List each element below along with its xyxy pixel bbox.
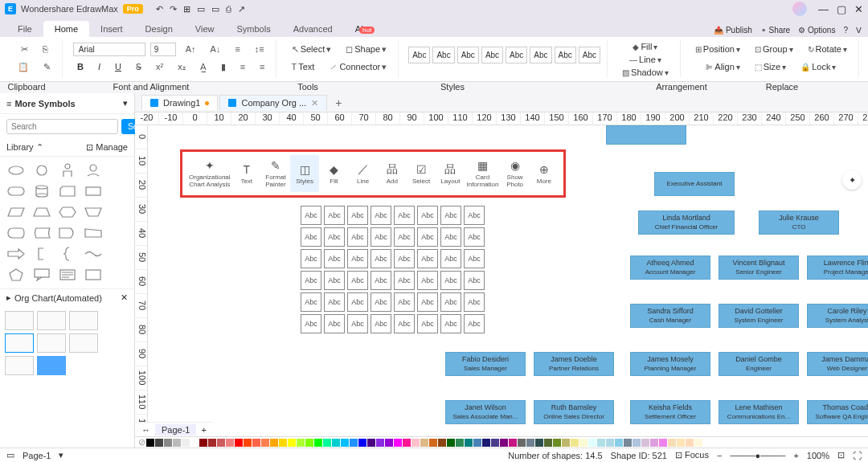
shape-note[interactable] (56, 266, 79, 284)
connector-tool[interactable]: ⟋ Connector ▾ (324, 60, 391, 74)
color-swatch[interactable] (323, 439, 331, 447)
org-node[interactable]: Executive Assistant (654, 172, 735, 196)
fill-dropdown[interactable]: ◆ Fill ▾ (628, 40, 662, 53)
rotate-dropdown[interactable]: ↻ Rotate▾ (803, 43, 852, 55)
template-thumb[interactable] (37, 356, 66, 375)
style-preset[interactable]: Abc (530, 47, 551, 63)
shape-display[interactable] (5, 224, 27, 242)
style-cell[interactable]: Abc (464, 271, 485, 290)
shape-card[interactable] (56, 182, 79, 200)
style-cell[interactable]: Abc (417, 271, 438, 290)
style-cell[interactable]: Abc (417, 227, 438, 247)
org-node[interactable]: Janet WilsonSales Associate Man... (445, 400, 526, 424)
style-cell[interactable]: Abc (324, 271, 345, 290)
color-swatch[interactable] (544, 439, 552, 447)
color-swatch[interactable] (579, 439, 588, 447)
save-icon[interactable]: ▭ (211, 4, 219, 14)
color-swatch[interactable] (562, 439, 570, 447)
lock-dropdown[interactable]: 🔒 Lock▾ (796, 60, 841, 73)
org-node[interactable]: James DoeblePartner Relations (534, 352, 614, 376)
color-swatch[interactable] (420, 439, 428, 447)
style-cell[interactable]: Abc (371, 271, 391, 290)
copy-icon[interactable]: ⎘ (38, 43, 53, 55)
export-icon[interactable]: ↗ (238, 4, 245, 14)
style-cell[interactable]: Abc (464, 227, 485, 247)
color-swatch[interactable] (199, 439, 207, 447)
outline-icon[interactable]: ▭ (6, 450, 14, 460)
shape-trapezoid2[interactable] (82, 203, 104, 221)
group-dropdown[interactable]: ⊡ Group▾ (750, 43, 798, 55)
shape-terminator[interactable] (5, 182, 27, 200)
align-dropdown[interactable]: ⊫ Align▾ (701, 60, 744, 73)
style-cell[interactable]: Abc (324, 227, 345, 247)
paste-icon[interactable]: 📋 (13, 60, 34, 74)
color-swatch[interactable] (270, 439, 278, 447)
style-cell[interactable]: Abc (324, 206, 345, 225)
line-dropdown[interactable]: ― Line ▾ (624, 53, 666, 66)
shape-bracket[interactable] (31, 245, 53, 263)
color-swatch[interactable] (235, 439, 243, 447)
style-cell[interactable]: Abc (394, 227, 415, 247)
options-button[interactable]: ⚙ Options (798, 26, 835, 35)
add-page-icon[interactable]: + (201, 425, 206, 435)
tab-insert[interactable]: Insert (89, 21, 134, 37)
color-swatch[interactable] (155, 439, 163, 447)
color-swatch[interactable] (358, 439, 366, 447)
align-center-icon[interactable]: ≡ (255, 60, 269, 73)
color-swatch[interactable] (624, 439, 632, 447)
shape-callout[interactable] (31, 266, 53, 284)
org-node[interactable]: Fabio DesideriSales Manager (445, 352, 526, 376)
text-tool[interactable]: T Text (286, 60, 319, 73)
color-swatch[interactable] (650, 439, 658, 447)
style-cell[interactable]: Abc (347, 314, 368, 333)
format-painter-icon[interactable]: ✎ (39, 60, 55, 74)
style-cell[interactable]: Abc (440, 206, 461, 225)
color-swatch[interactable] (376, 439, 384, 447)
style-cell[interactable]: Abc (347, 206, 368, 225)
org-node[interactable]: Ruth BarnsleyOnline Sales Director (534, 400, 614, 424)
style-cell[interactable]: Abc (464, 249, 485, 268)
template-thumb[interactable] (69, 311, 98, 330)
zoom-level[interactable]: 100% (807, 451, 829, 460)
style-cell[interactable]: Abc (347, 292, 368, 312)
shape-user[interactable] (82, 161, 104, 179)
shape-tool[interactable]: ◻ Shape ▾ (341, 43, 391, 56)
org-node[interactable]: Lawrence FlintProject Manager (807, 256, 868, 280)
style-cell[interactable]: Abc (371, 227, 391, 247)
template-thumb[interactable] (5, 311, 34, 330)
color-swatch[interactable] (305, 439, 313, 447)
color-swatch[interactable] (411, 439, 420, 447)
style-cell[interactable]: Abc (394, 206, 415, 225)
org-node[interactable]: Carole RileySystem Analyst (807, 304, 868, 328)
org-node[interactable]: Daniel GombeEngineer (719, 352, 799, 376)
color-swatch[interactable] (694, 439, 702, 447)
shape-trapezoid[interactable] (31, 203, 53, 221)
color-swatch[interactable] (252, 439, 260, 447)
canvas[interactable]: ✦Organizational Chart AnalysisTText✎Form… (148, 125, 868, 451)
align-left-icon[interactable]: ≡ (235, 60, 250, 73)
ctx-fill[interactable]: ◆Fill (319, 155, 348, 192)
style-cell[interactable]: Abc (417, 249, 438, 268)
color-swatch[interactable] (367, 439, 375, 447)
style-cell[interactable]: Abc (371, 292, 391, 312)
color-swatch[interactable] (173, 439, 181, 447)
color-swatch[interactable] (465, 439, 473, 447)
style-cell[interactable]: Abc (347, 227, 368, 247)
template-thumb[interactable] (69, 333, 98, 353)
ctx-card-information[interactable]: ▦Card Information (465, 155, 500, 192)
org-node[interactable]: Linda MortlandChief Financial Officer (638, 211, 735, 235)
style-cell[interactable]: Abc (440, 292, 461, 312)
org-node[interactable]: Sandra SiffordCash Manager (630, 304, 710, 328)
color-swatch[interactable] (597, 439, 605, 447)
collapse-ribbon-icon[interactable]: ᐯ (856, 26, 862, 35)
ctx-format-painter[interactable]: ✎Format Painter (261, 155, 290, 192)
tab-advanced[interactable]: Advanced (282, 21, 344, 37)
ctx-styles[interactable]: ◫Styles (290, 155, 319, 192)
italic-icon[interactable]: I (93, 60, 105, 73)
undo-icon[interactable]: ↶ (156, 4, 163, 14)
color-swatch[interactable] (279, 439, 287, 447)
user-avatar[interactable] (792, 2, 807, 16)
style-cell[interactable]: Abc (394, 292, 415, 312)
style-cell[interactable]: Abc (440, 249, 461, 268)
style-cell[interactable]: Abc (301, 314, 321, 333)
